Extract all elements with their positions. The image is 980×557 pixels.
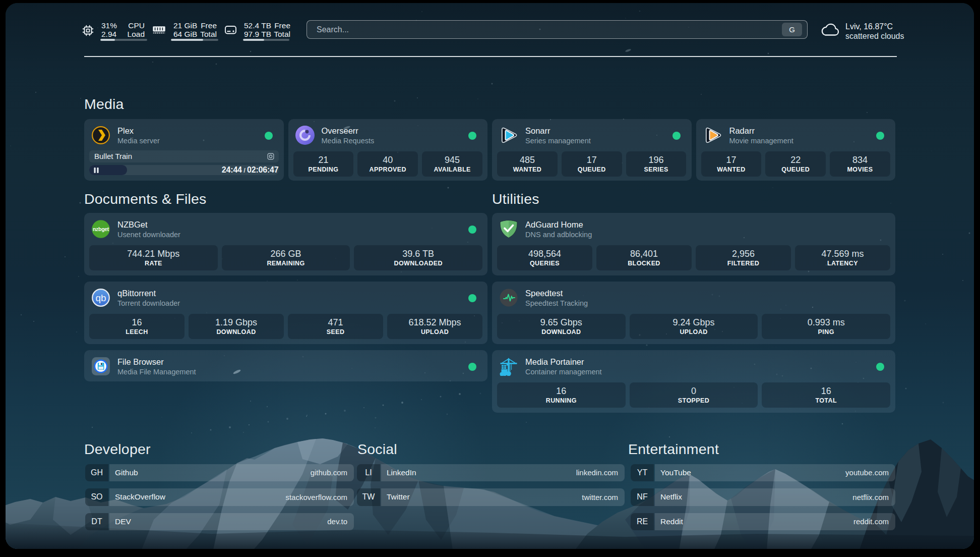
svg-text:nzbget: nzbget (93, 226, 109, 232)
svg-text:qb: qb (95, 293, 106, 303)
